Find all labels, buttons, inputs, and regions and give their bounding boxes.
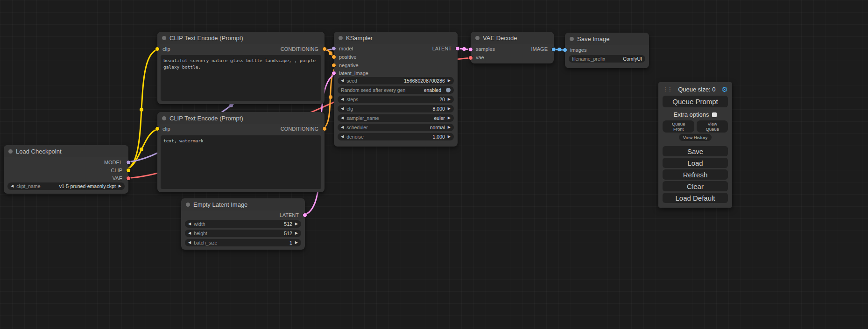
decrement-arrow-icon[interactable]: ◀ — [341, 126, 344, 129]
width-widget[interactable]: ◀ width 512 ▶ — [185, 220, 301, 228]
output-label-conditioning: CONDITIONING — [281, 125, 318, 133]
refresh-button[interactable]: Refresh — [663, 169, 728, 180]
decrement-arrow-icon[interactable]: ◀ — [341, 107, 344, 111]
clip-output-port[interactable] — [126, 168, 131, 173]
input-label-clip: clip — [162, 45, 170, 53]
filename-prefix-widget[interactable]: filename_prefix ComfyUI — [569, 55, 645, 63]
widget-value: enabled — [424, 87, 441, 93]
queue-front-button[interactable]: Queue Front — [663, 120, 694, 133]
images-input-port[interactable] — [563, 48, 567, 52]
widget-label: steps — [346, 97, 358, 102]
conditioning-output-port[interactable] — [322, 126, 327, 131]
node-save-image[interactable]: Save Image images filename_prefix ComfyU… — [565, 33, 649, 68]
node-load-checkpoint[interactable]: Load Checkpoint MODEL CLIP VAE ◀ ckpt_na… — [4, 145, 128, 194]
node-clip-text-encode-negative[interactable]: CLIP Text Encode (Prompt) clip CONDITION… — [157, 112, 325, 192]
widget-label: ckpt_name — [16, 183, 40, 189]
conditioning-output-port[interactable] — [322, 47, 327, 51]
negative-prompt-textarea[interactable]: text, watermark — [161, 135, 321, 189]
latent-output-port[interactable] — [303, 213, 307, 217]
scheduler-widget[interactable]: ◀ scheduler normal ▶ — [338, 124, 454, 131]
vae-input-port[interactable] — [468, 56, 473, 60]
node-title-bar[interactable]: KSampler — [334, 32, 458, 44]
decrement-arrow-icon[interactable]: ◀ — [188, 222, 191, 226]
collapse-dot-icon[interactable] — [475, 36, 480, 40]
input-label-model: model — [339, 45, 353, 53]
vae-output-port[interactable] — [126, 176, 131, 181]
decrement-arrow-icon[interactable]: ◀ — [341, 98, 344, 101]
node-title-bar[interactable]: CLIP Text Encode (Prompt) — [157, 112, 325, 124]
decrement-arrow-icon[interactable]: ◀ — [341, 116, 344, 120]
positive-input-port[interactable] — [332, 55, 336, 59]
clip-input-port[interactable] — [155, 126, 160, 131]
widget-label: denoise — [346, 134, 364, 140]
height-widget[interactable]: ◀ height 512 ▶ — [185, 230, 301, 237]
cfg-widget[interactable]: ◀ cfg 8.000 ▶ — [338, 105, 454, 112]
node-vae-decode[interactable]: VAE Decode samples vae IMAGE — [471, 32, 554, 63]
node-empty-latent-image[interactable]: Empty Latent Image LATENT ◀ width 512 ▶ … — [181, 198, 305, 250]
increment-arrow-icon[interactable]: ▶ — [295, 241, 298, 245]
increment-arrow-icon[interactable]: ▶ — [295, 231, 298, 235]
view-queue-button[interactable]: View Queue — [697, 120, 728, 133]
ckpt-name-widget[interactable]: ◀ ckpt_name v1-5-pruned-emaonly.ckpt ▶ — [7, 182, 125, 190]
load-default-button[interactable]: Load Default — [663, 193, 728, 203]
node-graph-canvas[interactable]: Load Checkpoint MODEL CLIP VAE ◀ ckpt_na… — [0, 0, 868, 329]
seed-widget[interactable]: ◀ seed 156680208700286 ▶ — [338, 77, 454, 84]
widget-label: width — [194, 221, 205, 227]
node-title: VAE Decode — [483, 35, 517, 42]
collapse-dot-icon[interactable] — [162, 116, 166, 120]
decrement-arrow-icon[interactable]: ◀ — [11, 184, 14, 188]
collapse-dot-icon[interactable] — [8, 149, 13, 154]
node-title-bar[interactable]: Save Image — [565, 33, 649, 45]
samples-input-port[interactable] — [468, 47, 473, 52]
widget-value: 512 — [284, 221, 292, 227]
model-output-port[interactable] — [126, 160, 131, 165]
decrement-arrow-icon[interactable]: ◀ — [341, 79, 344, 83]
view-history-button[interactable]: View History — [679, 134, 712, 141]
decrement-arrow-icon[interactable]: ◀ — [341, 135, 344, 139]
extra-options-checkbox[interactable] — [712, 112, 717, 117]
steps-widget[interactable]: ◀ steps 20 ▶ — [338, 96, 454, 103]
node-ksampler[interactable]: KSampler model positive negative latent_… — [334, 32, 458, 147]
increment-arrow-icon[interactable]: ▶ — [448, 107, 451, 111]
save-button[interactable]: Save — [663, 146, 728, 156]
node-clip-text-encode-positive[interactable]: CLIP Text Encode (Prompt) clip CONDITION… — [157, 32, 325, 104]
node-title: KSampler — [346, 35, 373, 42]
collapse-dot-icon[interactable] — [186, 203, 190, 207]
widget-value: normal — [430, 125, 445, 130]
clear-button[interactable]: Clear — [663, 181, 728, 191]
latent-output-port[interactable] — [455, 46, 460, 51]
denoise-widget[interactable]: ◀ denoise 1.000 ▶ — [338, 133, 454, 140]
model-input-port[interactable] — [332, 46, 336, 51]
load-button[interactable]: Load — [663, 158, 728, 168]
increment-arrow-icon[interactable]: ▶ — [448, 116, 451, 120]
node-title-bar[interactable]: Load Checkpoint — [4, 145, 128, 157]
node-title-bar[interactable]: Empty Latent Image — [181, 198, 305, 210]
node-title-bar[interactable]: VAE Decode — [471, 32, 554, 44]
batch-size-widget[interactable]: ◀ batch_size 1 ▶ — [185, 239, 301, 246]
negative-input-port[interactable] — [332, 63, 336, 68]
random-seed-toggle-widget[interactable]: Random seed after every gen enabled — [338, 86, 454, 94]
increment-arrow-icon[interactable]: ▶ — [448, 98, 451, 101]
sampler-name-widget[interactable]: ◀ sampler_name euler ▶ — [338, 114, 454, 122]
queue-prompt-button[interactable]: Queue Prompt — [663, 96, 728, 107]
drag-handle-icon[interactable]: ⋮⋮ — [663, 86, 672, 92]
settings-gear-icon[interactable]: ⚙ — [722, 86, 728, 93]
collapse-dot-icon[interactable] — [570, 37, 574, 41]
node-title-bar[interactable]: CLIP Text Encode (Prompt) — [157, 32, 325, 44]
image-output-port[interactable] — [551, 47, 556, 52]
toggle-dot-icon[interactable] — [446, 88, 451, 92]
decrement-arrow-icon[interactable]: ◀ — [188, 231, 191, 235]
increment-arrow-icon[interactable]: ▶ — [448, 79, 451, 83]
collapse-dot-icon[interactable] — [339, 36, 343, 40]
decrement-arrow-icon[interactable]: ◀ — [188, 241, 191, 245]
positive-prompt-textarea[interactable]: beautiful scenery nature glass bottle la… — [161, 55, 321, 101]
latent-image-input-port[interactable] — [332, 71, 336, 76]
increment-arrow-icon[interactable]: ▶ — [448, 126, 451, 129]
increment-arrow-icon[interactable]: ▶ — [119, 184, 121, 188]
link-midpoint-dot — [140, 147, 143, 151]
increment-arrow-icon[interactable]: ▶ — [295, 222, 298, 226]
extra-options-label: Extra options — [674, 111, 709, 118]
clip-input-port[interactable] — [155, 47, 160, 51]
increment-arrow-icon[interactable]: ▶ — [448, 135, 451, 139]
collapse-dot-icon[interactable] — [162, 36, 166, 40]
